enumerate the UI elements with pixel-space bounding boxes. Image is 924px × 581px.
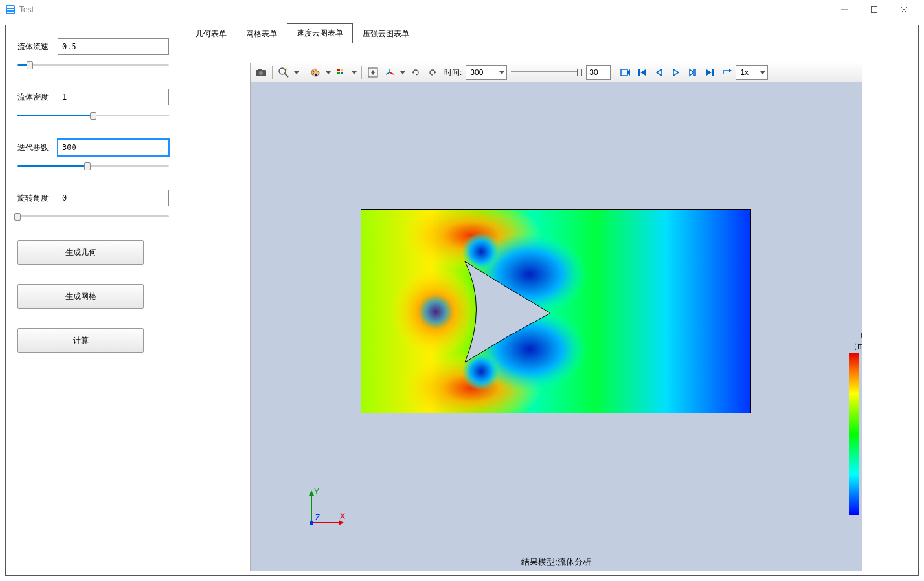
svg-point-53 bbox=[418, 294, 454, 330]
generate-geometry-button[interactable]: 生成几何 bbox=[17, 240, 144, 265]
axis-z-label: Z bbox=[315, 513, 320, 522]
tab-mesh[interactable]: 网格表单 bbox=[236, 24, 287, 43]
tab-bar: 几何表单 网格表单 速度云图表单 压强云图表单 bbox=[181, 25, 918, 43]
svg-point-15 bbox=[313, 71, 314, 72]
zoom-icon[interactable] bbox=[276, 65, 291, 80]
svg-marker-43 bbox=[729, 69, 732, 72]
svg-rect-40 bbox=[694, 69, 695, 76]
param-velocity-input[interactable] bbox=[58, 38, 169, 55]
param-steps-slider[interactable] bbox=[17, 161, 169, 171]
svg-rect-33 bbox=[621, 69, 627, 76]
param-velocity-slider[interactable] bbox=[17, 60, 169, 71]
legend-colorbar bbox=[849, 353, 859, 515]
svg-line-27 bbox=[390, 72, 394, 74]
play-icon[interactable] bbox=[668, 65, 684, 80]
svg-line-12 bbox=[285, 74, 288, 77]
param-angle-slider[interactable] bbox=[17, 212, 169, 222]
legend-tick-2: 2.551e-01 bbox=[862, 455, 862, 464]
app-icon bbox=[5, 5, 16, 15]
rotate-ccw-icon[interactable] bbox=[408, 65, 423, 80]
svg-marker-14 bbox=[294, 71, 299, 74]
palette-dropdown[interactable] bbox=[324, 65, 332, 80]
param-angle-input[interactable] bbox=[58, 190, 169, 206]
result-model-label: 结果模型:流体分析 bbox=[251, 553, 862, 569]
time-combo[interactable]: 300 bbox=[466, 65, 507, 80]
svg-rect-19 bbox=[337, 69, 340, 71]
first-frame-icon[interactable] bbox=[635, 65, 650, 80]
generate-mesh-button[interactable]: 生成网格 bbox=[17, 284, 144, 309]
param-steps: 迭代步数 bbox=[17, 139, 169, 171]
svg-marker-36 bbox=[640, 69, 646, 76]
axis-y-label: Y bbox=[314, 487, 319, 496]
param-steps-label: 迭代步数 bbox=[17, 142, 54, 153]
axis-view-icon[interactable] bbox=[382, 65, 398, 80]
prev-frame-icon[interactable] bbox=[651, 65, 667, 80]
svg-marker-57 bbox=[339, 520, 344, 525]
legend-tick-1: 5.067e-01 bbox=[862, 404, 862, 413]
svg-marker-23 bbox=[352, 71, 357, 74]
svg-rect-22 bbox=[341, 72, 343, 74]
svg-marker-44 bbox=[760, 71, 765, 74]
legend-tick-0: 7.582e-01 bbox=[862, 353, 862, 362]
param-velocity-label: 流体流速 bbox=[17, 41, 54, 52]
color-legend: U （m/s） 7.582e-01 5.067e-01 2.551e-01 3.… bbox=[822, 331, 862, 515]
next-frame-icon[interactable] bbox=[685, 65, 701, 80]
svg-marker-55 bbox=[309, 490, 314, 496]
svg-marker-18 bbox=[326, 71, 331, 74]
legend-tick-3: 3.553e-03 bbox=[862, 506, 862, 515]
viewer-panel: 时间: 300 30 1x bbox=[181, 43, 918, 575]
palette-icon[interactable] bbox=[308, 65, 323, 80]
window-titlebar: Test bbox=[0, 0, 924, 19]
compute-button[interactable]: 计算 bbox=[17, 328, 144, 353]
svg-point-11 bbox=[279, 68, 286, 74]
svg-point-16 bbox=[313, 73, 314, 74]
axis-view-dropdown[interactable] bbox=[399, 65, 407, 80]
speed-combo[interactable]: 1x bbox=[736, 65, 768, 80]
svg-marker-29 bbox=[400, 71, 405, 74]
param-angle-label: 旋转角度 bbox=[17, 193, 54, 204]
maximize-button[interactable] bbox=[859, 0, 889, 19]
svg-rect-21 bbox=[337, 72, 340, 74]
svg-rect-2 bbox=[7, 9, 14, 10]
svg-rect-5 bbox=[872, 6, 877, 12]
time-label: 时间: bbox=[444, 67, 462, 78]
render-canvas[interactable]: Y X Z U （m/s） 7.582e-01 bbox=[250, 82, 862, 571]
compute-label: 计算 bbox=[73, 335, 89, 346]
rotate-cw-icon[interactable] bbox=[425, 65, 440, 80]
zoom-dropdown[interactable] bbox=[293, 65, 300, 80]
svg-marker-25 bbox=[371, 70, 375, 75]
param-steps-input[interactable] bbox=[58, 139, 169, 156]
viewer-toolbar: 时间: 300 30 1x bbox=[250, 63, 862, 82]
tab-pressure[interactable]: 压强云图表单 bbox=[353, 24, 419, 43]
frame-field[interactable]: 30 bbox=[586, 65, 611, 80]
svg-rect-35 bbox=[638, 69, 640, 76]
time-slider[interactable] bbox=[511, 67, 582, 78]
tab-velocity[interactable]: 速度云图表单 bbox=[287, 23, 353, 43]
svg-marker-39 bbox=[690, 69, 693, 76]
svg-rect-20 bbox=[341, 69, 343, 71]
svg-rect-1 bbox=[7, 6, 14, 8]
tab-geometry[interactable]: 几何表单 bbox=[186, 24, 236, 43]
svg-marker-37 bbox=[657, 69, 662, 76]
svg-point-10 bbox=[259, 71, 263, 75]
close-button[interactable] bbox=[889, 0, 919, 19]
fit-view-icon[interactable] bbox=[365, 65, 381, 80]
loop-icon[interactable] bbox=[719, 65, 734, 80]
cube-icon[interactable] bbox=[333, 65, 349, 80]
axis-x-label: X bbox=[340, 512, 345, 521]
last-frame-icon[interactable] bbox=[702, 65, 717, 80]
param-density: 流体密度 bbox=[17, 89, 169, 121]
legend-unit: （m/s） bbox=[822, 341, 862, 352]
svg-marker-41 bbox=[706, 69, 712, 76]
cube-dropdown[interactable] bbox=[350, 65, 358, 80]
param-density-input[interactable] bbox=[58, 89, 169, 105]
param-density-slider[interactable] bbox=[17, 111, 169, 121]
minimize-button[interactable] bbox=[829, 0, 859, 19]
svg-rect-42 bbox=[712, 69, 714, 76]
parameter-sidebar: 流体流速 流体密度 迭代步数 bbox=[6, 25, 181, 575]
generate-geometry-label: 生成几何 bbox=[65, 247, 96, 258]
svg-marker-32 bbox=[499, 71, 504, 74]
svg-rect-9 bbox=[258, 69, 262, 71]
record-icon[interactable] bbox=[618, 65, 633, 80]
camera-icon[interactable] bbox=[253, 65, 269, 80]
